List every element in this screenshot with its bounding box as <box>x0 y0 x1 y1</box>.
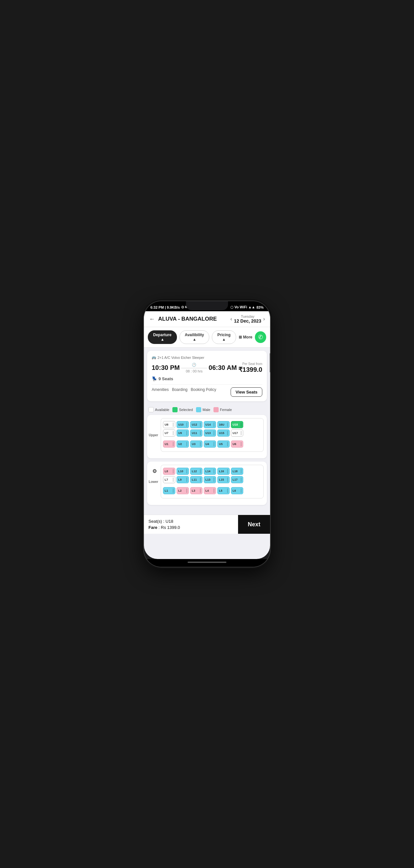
bottom-seats: Seat(s) : U18 <box>148 519 234 524</box>
seat-U11[interactable]: U11 <box>190 430 203 437</box>
status-time: 6:32 PM | 9.9KB/s <box>150 305 180 309</box>
legend-box-male <box>196 407 201 412</box>
fare-label: Fare <box>148 525 157 530</box>
duration: 🕐 08 : 00 hrs <box>181 363 207 373</box>
date-info: Tuesday 12 Dec, 2023 <box>234 314 261 323</box>
legend-selected: Selected <box>172 407 193 412</box>
seat-L10[interactable]: L10 <box>177 468 189 475</box>
seat-L2[interactable]: L2 <box>177 487 189 494</box>
upper-deck-container: Upper U8 U10 U12 U14 16U U18 U7 U9 <box>150 418 264 452</box>
upper-deck-section: Upper U8 U10 U12 U14 16U U18 U7 U9 <box>147 415 267 458</box>
duration-label: 08 : 00 hrs <box>186 369 203 373</box>
home-indicator <box>144 559 270 567</box>
seat-L4[interactable]: L4 <box>204 487 216 494</box>
seats-value: U18 <box>166 519 173 524</box>
legend-box-available <box>148 407 153 412</box>
bus-type: 🚌 2+1 A/C Volvo Eicher Sleeper <box>152 355 262 360</box>
arrival-time: 06:30 AM <box>209 364 237 371</box>
legend-label-available: Available <box>155 408 169 412</box>
seat-L7[interactable]: L7 <box>163 476 175 483</box>
seat-L8[interactable]: L8 <box>163 468 175 475</box>
clock-icon: 🕐 <box>192 363 196 367</box>
seat-U5[interactable]: U5 <box>217 440 230 447</box>
seat-U2[interactable]: U2 <box>177 440 189 447</box>
bus-type-label: 2+1 A/C Volvo Eicher Sleeper <box>158 355 204 360</box>
seat-U15[interactable]: U15 <box>217 430 230 437</box>
price-label: Per Seat from <box>238 362 262 366</box>
seat-U10[interactable]: U10 <box>177 421 189 428</box>
bottom-info: Seat(s) : U18 Fare : Rs 1399.0 <box>144 515 238 534</box>
seat-U14[interactable]: U14 <box>204 421 216 428</box>
tab-pricing[interactable]: Pricing ▴ <box>212 330 236 344</box>
seat-U1[interactable]: U1 <box>163 440 175 447</box>
next-button[interactable]: Next <box>238 515 270 534</box>
back-button[interactable]: ← <box>149 316 155 322</box>
legend-box-selected <box>172 407 178 412</box>
bottom-bar: Seat(s) : U18 Fare : Rs 1399.0 Next <box>144 515 270 534</box>
seat-L16[interactable]: L16 <box>217 468 230 475</box>
seat-U17[interactable]: U17 <box>231 430 243 437</box>
more-button[interactable]: ⊞ More <box>239 335 252 339</box>
header: ← ALUVA - BANGALORE ‹ Tuesday 12 Dec, 20… <box>144 311 270 327</box>
legend-label-male: Male <box>203 408 210 412</box>
legend-male: Male <box>196 407 210 412</box>
seat-L11[interactable]: L11 <box>190 476 203 483</box>
seat-L17[interactable]: L17 <box>231 476 243 483</box>
seat-L15[interactable]: L15 <box>217 476 230 483</box>
colon: : <box>163 519 166 524</box>
status-left: 6:32 PM | 9.9KB/s ⊙ ✉ ◎ <box>150 305 192 309</box>
status-battery: 83% <box>256 305 264 309</box>
seat-U18[interactable]: U18 <box>231 421 243 428</box>
seat-U9[interactable]: U9 <box>177 430 189 437</box>
upper-row-2: U7 U9 U11 U13 U15 U17 <box>163 430 261 437</box>
upper-seats-grid: U8 U10 U12 U14 16U U18 U7 U9 U11 U13 U15 <box>161 418 264 452</box>
status-right: ◌ Vo WiFi ▲▲ 83% <box>230 305 264 309</box>
seat-L13[interactable]: L13 <box>204 476 216 483</box>
seat-L1[interactable]: L1 <box>163 487 175 494</box>
seat-U6[interactable]: U6 <box>231 440 243 447</box>
seats-row: 💺 9 Seats <box>152 376 262 381</box>
whatsapp-button[interactable]: ✆ <box>255 331 266 343</box>
seat-U3[interactable]: U3 <box>190 440 203 447</box>
seat-U8[interactable]: U8 <box>163 421 175 428</box>
seat-U13[interactable]: U13 <box>204 430 216 437</box>
route-title: ALUVA - BANGALORE <box>158 316 227 322</box>
amenities-link[interactable]: Amenities <box>152 388 169 397</box>
boarding-link[interactable]: Boarding <box>172 388 187 397</box>
booking-policy-link[interactable]: Booking Policy <box>191 388 216 397</box>
status-icons: ⊙ ✉ ◎ <box>181 305 192 309</box>
seat-16U[interactable]: 16U <box>217 421 230 428</box>
seat-U12[interactable]: U12 <box>190 421 203 428</box>
status-bar: 6:32 PM | 9.9KB/s ⊙ ✉ ◎ ◌ Vo WiFi ▲▲ 83% <box>144 301 270 311</box>
seat-U4[interactable]: U4 <box>204 440 216 447</box>
legend-female: Female <box>213 407 232 412</box>
bus-card: 🚌 2+1 A/C Volvo Eicher Sleeper 10:30 PM … <box>147 351 267 401</box>
seats-count: 9 Seats <box>159 376 173 381</box>
seat-L9[interactable]: L9 <box>177 476 189 483</box>
seat-legend: Available Selected Male Female <box>144 405 270 415</box>
tab-departure[interactable]: Departure ▴ <box>148 330 177 344</box>
seat-U7[interactable]: U7 <box>163 430 175 437</box>
next-date-button[interactable]: › <box>263 316 265 322</box>
seat-L14[interactable]: L14 <box>204 468 216 475</box>
legend-box-female <box>213 407 219 412</box>
legend-label-female: Female <box>220 408 232 412</box>
status-signal: ◌ Vo WiFi ▲▲ <box>230 305 255 309</box>
seat-L18[interactable]: L18 <box>231 468 243 475</box>
view-seats-button[interactable]: View Seats <box>231 388 262 397</box>
lower-row-1: L8 L10 L12 L14 L16 L18 <box>163 468 261 475</box>
seat-L3[interactable]: L3 <box>190 487 203 494</box>
lower-row-2: L7 L9 L11 L13 L15 L17 <box>163 476 261 483</box>
lower-seats-grid: L8 L10 L12 L14 L16 L18 L7 L9 L11 L13 L15 <box>161 465 264 498</box>
tab-availability[interactable]: Availibility ▴ <box>179 330 210 344</box>
prev-date-button[interactable]: ‹ <box>230 316 232 322</box>
seat-L12[interactable]: L12 <box>190 468 203 475</box>
lower-deck-label: Lower <box>149 480 158 484</box>
seats-label: Seat(s) <box>148 519 162 524</box>
whatsapp-icon: ✆ <box>258 334 263 341</box>
seat-L6[interactable]: L6 <box>231 487 243 494</box>
seat-L5[interactable]: L5 <box>217 487 230 494</box>
lower-deck-section: ⚙ Lower L8 L10 L12 L14 L16 L18 L7 <box>147 462 267 505</box>
legend-available: Available <box>148 407 169 412</box>
date-main: 12 Dec, 2023 <box>234 318 261 323</box>
